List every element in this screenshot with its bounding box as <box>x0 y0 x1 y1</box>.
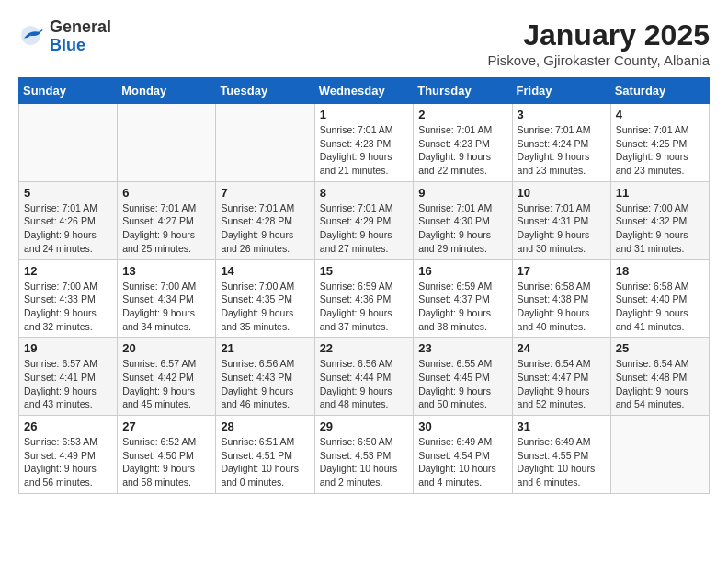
title-block: January 2025 Piskove, Gjirokaster County… <box>487 18 710 68</box>
calendar-cell: 1Sunrise: 7:01 AM Sunset: 4:23 PM Daylig… <box>314 104 414 182</box>
day-info: Sunrise: 7:01 AM Sunset: 4:25 PM Dayligh… <box>616 123 704 178</box>
day-number: 16 <box>418 264 506 278</box>
day-number: 22 <box>320 341 409 355</box>
calendar-cell: 22Sunrise: 6:56 AM Sunset: 4:44 PM Dayli… <box>314 338 414 416</box>
day-info: Sunrise: 7:00 AM Sunset: 4:33 PM Dayligh… <box>24 280 112 334</box>
day-number: 7 <box>221 186 309 200</box>
weekday-header-row: SundayMondayTuesdayWednesdayThursdayFrid… <box>19 78 710 104</box>
day-info: Sunrise: 6:58 AM Sunset: 4:40 PM Dayligh… <box>616 280 704 334</box>
day-number: 10 <box>518 186 606 200</box>
day-info: Sunrise: 7:00 AM Sunset: 4:34 PM Dayligh… <box>122 280 210 334</box>
day-number: 29 <box>320 419 409 433</box>
day-number: 26 <box>24 419 112 433</box>
calendar-cell: 30Sunrise: 6:49 AM Sunset: 4:54 PM Dayli… <box>414 416 512 494</box>
day-info: Sunrise: 6:54 AM Sunset: 4:47 PM Dayligh… <box>518 357 606 411</box>
calendar-cell: 3Sunrise: 7:01 AM Sunset: 4:24 PM Daylig… <box>512 104 610 182</box>
day-info: Sunrise: 6:56 AM Sunset: 4:44 PM Dayligh… <box>320 357 409 411</box>
calendar-cell: 15Sunrise: 6:59 AM Sunset: 4:36 PM Dayli… <box>314 259 414 338</box>
day-info: Sunrise: 6:57 AM Sunset: 4:42 PM Dayligh… <box>122 357 210 411</box>
calendar-cell: 31Sunrise: 6:49 AM Sunset: 4:55 PM Dayli… <box>512 416 610 494</box>
day-number: 3 <box>518 108 606 121</box>
calendar-cell: 17Sunrise: 6:58 AM Sunset: 4:38 PM Dayli… <box>512 259 610 338</box>
logo: General Blue <box>18 18 111 55</box>
day-number: 24 <box>518 341 606 355</box>
weekday-header-wednesday: Wednesday <box>314 78 414 104</box>
weekday-header-thursday: Thursday <box>414 78 512 104</box>
calendar-cell <box>19 104 118 182</box>
calendar-cell: 8Sunrise: 7:01 AM Sunset: 4:29 PM Daylig… <box>314 181 414 259</box>
day-number: 6 <box>122 186 210 200</box>
calendar-cell: 11Sunrise: 7:00 AM Sunset: 4:32 PM Dayli… <box>610 181 709 259</box>
calendar-cell <box>118 104 216 182</box>
day-info: Sunrise: 7:01 AM Sunset: 4:31 PM Dayligh… <box>518 201 606 256</box>
day-info: Sunrise: 6:54 AM Sunset: 4:48 PM Dayligh… <box>616 357 704 411</box>
day-info: Sunrise: 6:49 AM Sunset: 4:55 PM Dayligh… <box>518 435 606 489</box>
page-header: General Blue January 2025 Piskove, Gjiro… <box>18 18 710 68</box>
weekday-header-saturday: Saturday <box>610 78 709 104</box>
day-number: 19 <box>24 341 112 355</box>
calendar-week-row: 19Sunrise: 6:57 AM Sunset: 4:41 PM Dayli… <box>19 338 710 416</box>
calendar-cell: 21Sunrise: 6:56 AM Sunset: 4:43 PM Dayli… <box>216 338 314 416</box>
calendar-cell: 12Sunrise: 7:00 AM Sunset: 4:33 PM Dayli… <box>19 259 118 338</box>
day-number: 20 <box>122 341 210 355</box>
day-info: Sunrise: 7:01 AM Sunset: 4:27 PM Dayligh… <box>122 201 210 256</box>
day-number: 28 <box>221 419 309 433</box>
logo-icon <box>18 23 46 51</box>
calendar-title: January 2025 <box>487 18 710 52</box>
day-number: 21 <box>221 341 309 355</box>
calendar-cell: 28Sunrise: 6:51 AM Sunset: 4:51 PM Dayli… <box>216 416 314 494</box>
day-info: Sunrise: 6:59 AM Sunset: 4:37 PM Dayligh… <box>418 280 506 334</box>
calendar-week-row: 5Sunrise: 7:01 AM Sunset: 4:26 PM Daylig… <box>19 181 710 259</box>
calendar-cell: 9Sunrise: 7:01 AM Sunset: 4:30 PM Daylig… <box>414 181 512 259</box>
day-number: 18 <box>616 264 704 278</box>
calendar-cell: 13Sunrise: 7:00 AM Sunset: 4:34 PM Dayli… <box>118 259 216 338</box>
calendar-cell: 2Sunrise: 7:01 AM Sunset: 4:23 PM Daylig… <box>414 104 512 182</box>
calendar-cell: 25Sunrise: 6:54 AM Sunset: 4:48 PM Dayli… <box>610 338 709 416</box>
day-info: Sunrise: 7:01 AM Sunset: 4:29 PM Dayligh… <box>320 201 409 256</box>
day-info: Sunrise: 6:58 AM Sunset: 4:38 PM Dayligh… <box>518 280 606 334</box>
calendar-cell: 26Sunrise: 6:53 AM Sunset: 4:49 PM Dayli… <box>19 416 118 494</box>
day-info: Sunrise: 7:01 AM Sunset: 4:28 PM Dayligh… <box>221 201 309 256</box>
logo-blue: Blue <box>50 37 111 55</box>
calendar-cell: 5Sunrise: 7:01 AM Sunset: 4:26 PM Daylig… <box>19 181 118 259</box>
calendar-table: SundayMondayTuesdayWednesdayThursdayFrid… <box>18 77 710 494</box>
day-info: Sunrise: 6:57 AM Sunset: 4:41 PM Dayligh… <box>24 357 112 411</box>
day-info: Sunrise: 6:50 AM Sunset: 4:53 PM Dayligh… <box>320 435 409 489</box>
calendar-week-row: 12Sunrise: 7:00 AM Sunset: 4:33 PM Dayli… <box>19 259 710 338</box>
weekday-header-tuesday: Tuesday <box>216 78 314 104</box>
logo-general: General <box>50 18 111 37</box>
day-info: Sunrise: 7:01 AM Sunset: 4:24 PM Dayligh… <box>518 123 606 178</box>
day-number: 5 <box>24 186 112 200</box>
day-info: Sunrise: 7:01 AM Sunset: 4:23 PM Dayligh… <box>418 123 506 178</box>
calendar-cell: 20Sunrise: 6:57 AM Sunset: 4:42 PM Dayli… <box>118 338 216 416</box>
calendar-cell: 19Sunrise: 6:57 AM Sunset: 4:41 PM Dayli… <box>19 338 118 416</box>
day-info: Sunrise: 6:53 AM Sunset: 4:49 PM Dayligh… <box>24 435 112 489</box>
calendar-cell <box>216 104 314 182</box>
day-number: 13 <box>122 264 210 278</box>
day-info: Sunrise: 6:51 AM Sunset: 4:51 PM Dayligh… <box>221 435 309 489</box>
day-number: 17 <box>518 264 606 278</box>
day-info: Sunrise: 6:56 AM Sunset: 4:43 PM Dayligh… <box>221 357 309 411</box>
calendar-cell: 27Sunrise: 6:52 AM Sunset: 4:50 PM Dayli… <box>118 416 216 494</box>
day-info: Sunrise: 6:55 AM Sunset: 4:45 PM Dayligh… <box>418 357 506 411</box>
day-number: 12 <box>24 264 112 278</box>
day-info: Sunrise: 6:49 AM Sunset: 4:54 PM Dayligh… <box>418 435 506 489</box>
day-number: 11 <box>616 186 704 200</box>
day-number: 2 <box>418 108 506 121</box>
calendar-cell: 29Sunrise: 6:50 AM Sunset: 4:53 PM Dayli… <box>314 416 414 494</box>
day-info: Sunrise: 6:59 AM Sunset: 4:36 PM Dayligh… <box>320 280 409 334</box>
day-number: 15 <box>320 264 409 278</box>
day-info: Sunrise: 7:01 AM Sunset: 4:30 PM Dayligh… <box>418 201 506 256</box>
calendar-cell: 14Sunrise: 7:00 AM Sunset: 4:35 PM Dayli… <box>216 259 314 338</box>
calendar-week-row: 26Sunrise: 6:53 AM Sunset: 4:49 PM Dayli… <box>19 416 710 494</box>
calendar-cell: 18Sunrise: 6:58 AM Sunset: 4:40 PM Dayli… <box>610 259 709 338</box>
calendar-cell: 24Sunrise: 6:54 AM Sunset: 4:47 PM Dayli… <box>512 338 610 416</box>
calendar-week-row: 1Sunrise: 7:01 AM Sunset: 4:23 PM Daylig… <box>19 104 710 182</box>
day-number: 4 <box>616 108 704 121</box>
weekday-header-monday: Monday <box>118 78 216 104</box>
logo-text: General Blue <box>50 18 111 55</box>
calendar-cell: 16Sunrise: 6:59 AM Sunset: 4:37 PM Dayli… <box>414 259 512 338</box>
day-info: Sunrise: 7:01 AM Sunset: 4:26 PM Dayligh… <box>24 201 112 256</box>
calendar-cell: 6Sunrise: 7:01 AM Sunset: 4:27 PM Daylig… <box>118 181 216 259</box>
calendar-cell: 7Sunrise: 7:01 AM Sunset: 4:28 PM Daylig… <box>216 181 314 259</box>
